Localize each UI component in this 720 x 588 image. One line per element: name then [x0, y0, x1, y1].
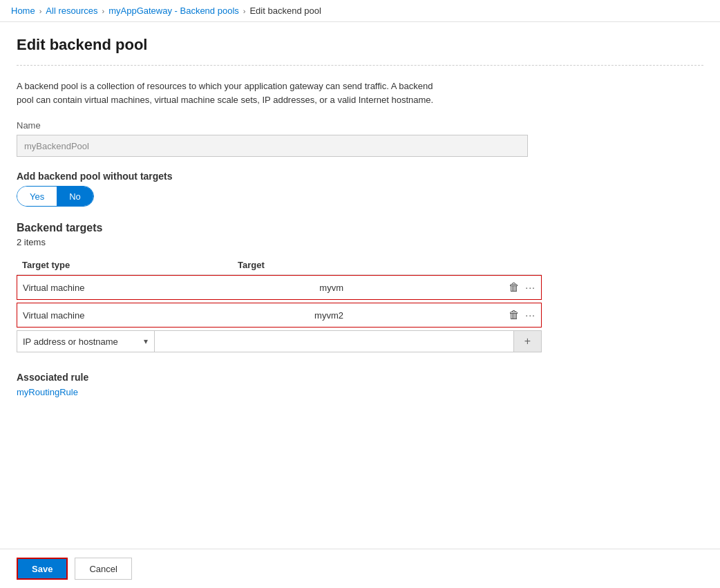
toggle-yes-button[interactable]: Yes — [17, 187, 57, 206]
row-1-delete-icon[interactable]: 🗑 — [509, 281, 520, 294]
breadcrumb-sep-2: › — [102, 7, 105, 15]
table-header: Target type Target — [17, 256, 542, 275]
row-2-delete-icon[interactable]: 🗑 — [509, 309, 520, 321]
toggle-section-title: Add backend pool without targets — [17, 171, 703, 182]
yes-no-toggle[interactable]: Yes No — [17, 186, 94, 207]
row-2-target: myvm2 — [238, 306, 349, 325]
footer-bar: Save Cancel — [0, 549, 720, 588]
row-1-actions: 🗑 ··· — [509, 281, 541, 294]
name-label: Name — [17, 120, 703, 131]
new-entry-row: IP address or hostname Virtual machine A… — [17, 330, 542, 352]
toggle-section: Add backend pool without targets Yes No — [17, 171, 703, 207]
row-2-more-icon[interactable]: ··· — [525, 310, 536, 321]
associated-rule-section: Associated rule myRoutingRule — [17, 372, 703, 397]
new-target-input[interactable] — [155, 330, 514, 352]
divider — [17, 65, 703, 66]
save-button[interactable]: Save — [17, 558, 68, 580]
name-input[interactable] — [17, 135, 528, 157]
breadcrumb-current: Edit backend pool — [249, 6, 321, 16]
row-2-actions: 🗑 ··· — [509, 309, 541, 321]
target-type-dropdown[interactable]: IP address or hostname Virtual machine A… — [17, 330, 155, 352]
breadcrumb-all-resources[interactable]: All resources — [46, 6, 97, 16]
target-type-dropdown-wrapper: IP address or hostname Virtual machine A… — [17, 330, 155, 352]
cancel-button[interactable]: Cancel — [75, 558, 131, 580]
toggle-no-button[interactable]: No — [57, 187, 93, 206]
table-row: Virtual machine myvm2 🗑 ··· — [17, 303, 542, 328]
col-target-header: Target — [238, 260, 376, 270]
breadcrumb-sep-3: › — [243, 7, 246, 15]
name-field-group: Name — [17, 120, 703, 171]
breadcrumb-home[interactable]: Home — [11, 6, 35, 16]
associated-rule-title: Associated rule — [17, 372, 703, 383]
items-count: 2 items — [17, 237, 703, 247]
table-row: Virtual machine myvm 🗑 ··· — [17, 275, 542, 300]
description-text: A backend pool is a collection of resour… — [17, 79, 445, 106]
breadcrumb-sep-1: › — [39, 7, 42, 15]
breadcrumb: Home › All resources › myAppGateway - Ba… — [0, 0, 720, 22]
row-2-type: Virtual machine — [17, 306, 238, 325]
add-entry-button[interactable]: + — [514, 330, 542, 352]
row-1-target: myvm — [238, 278, 349, 297]
backend-targets-title: Backend targets — [17, 222, 703, 234]
col-type-header: Target type — [17, 260, 238, 270]
backend-targets-section: Backend targets 2 items Target type Targ… — [17, 222, 703, 352]
add-icon: + — [524, 335, 531, 348]
page-title: Edit backend pool — [17, 36, 703, 54]
breadcrumb-app-gateway[interactable]: myAppGateway - Backend pools — [108, 6, 239, 16]
row-1-more-icon[interactable]: ··· — [525, 282, 536, 293]
routing-rule-link[interactable]: myRoutingRule — [17, 387, 78, 397]
row-1-type: Virtual machine — [17, 278, 238, 297]
